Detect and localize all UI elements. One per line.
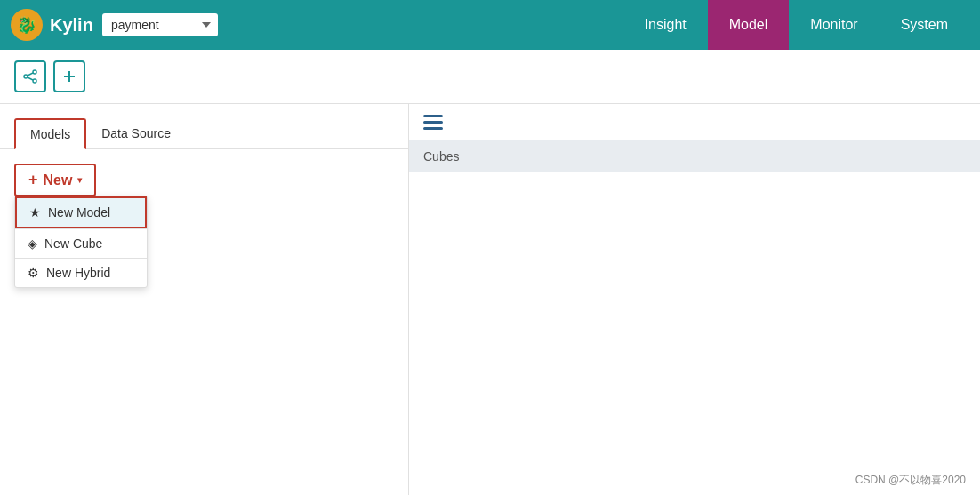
- svg-point-0: [33, 70, 36, 74]
- new-plus-icon: +: [28, 171, 38, 189]
- share-icon: [23, 69, 37, 84]
- footer: CSDN @不以物喜2020: [855, 473, 966, 488]
- sub-tabs: Models Data Source: [0, 104, 408, 149]
- toolbar: [0, 50, 980, 104]
- new-caret-icon: ▾: [77, 175, 82, 185]
- tab-models[interactable]: Models: [14, 118, 86, 149]
- star-icon: ★: [29, 205, 41, 220]
- svg-point-2: [33, 79, 36, 83]
- svg-point-1: [24, 75, 28, 78]
- hamburger-line-3: [423, 127, 443, 130]
- new-btn-container: + New ▾ ★ New Model ◈ New Cube ⚙ New Hy: [0, 149, 408, 211]
- hamburger-line-2: [423, 121, 443, 124]
- logo-emoji: 🐉: [17, 15, 36, 35]
- brand-label: Kylin: [50, 15, 93, 36]
- right-panel-header: [409, 104, 980, 140]
- project-select[interactable]: payment learn_kylin: [102, 13, 218, 36]
- new-cube-label: New Cube: [44, 236, 102, 251]
- new-dropdown-menu: ★ New Model ◈ New Cube ⚙ New Hybrid: [14, 196, 148, 288]
- hamburger-icon[interactable]: [423, 115, 443, 130]
- cubes-section: Cubes: [409, 140, 980, 172]
- svg-line-3: [28, 73, 33, 76]
- logo-icon: 🐉: [11, 9, 43, 41]
- new-label: New: [44, 172, 73, 188]
- tab-insight[interactable]: Insight: [623, 0, 708, 50]
- new-hybrid-label: New Hybrid: [46, 266, 110, 280]
- cubes-label: Cubes: [423, 149, 459, 164]
- tab-model[interactable]: Model: [708, 0, 790, 50]
- new-model-label: New Model: [48, 205, 110, 220]
- navbar: 🐉 Kylin payment learn_kylin Insight Mode…: [0, 0, 980, 50]
- left-panel: Models Data Source + New ▾ ★ New Model ◈…: [0, 104, 409, 495]
- tab-data-source[interactable]: Data Source: [86, 118, 186, 148]
- tab-monitor[interactable]: Monitor: [789, 0, 879, 50]
- nav-tabs: Insight Model Monitor System: [623, 0, 969, 50]
- dropdown-new-hybrid[interactable]: ⚙ New Hybrid: [15, 259, 147, 287]
- content-area: Models Data Source + New ▾ ★ New Model ◈…: [0, 104, 980, 495]
- plus-icon: [62, 69, 76, 84]
- cube-icon: ◈: [28, 236, 37, 251]
- dropdown-new-model[interactable]: ★ New Model: [15, 196, 147, 228]
- hamburger-line-1: [423, 115, 443, 117]
- brand: 🐉 Kylin: [11, 9, 93, 41]
- dropdown-new-cube[interactable]: ◈ New Cube: [15, 229, 147, 258]
- right-panel: Cubes: [409, 104, 980, 495]
- hybrid-icon: ⚙: [28, 266, 39, 280]
- share-button[interactable]: [14, 60, 46, 92]
- footer-text: CSDN @不以物喜2020: [855, 474, 966, 486]
- tab-system[interactable]: System: [880, 0, 969, 50]
- add-button[interactable]: [53, 60, 85, 92]
- new-button[interactable]: + New ▾: [14, 164, 96, 196]
- svg-line-4: [28, 77, 33, 80]
